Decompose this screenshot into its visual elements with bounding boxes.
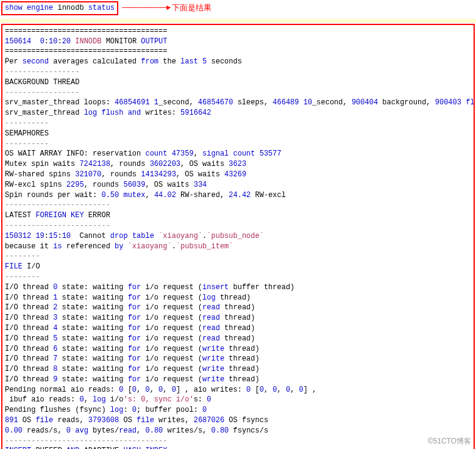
output-line: 150312 19:15:10 Cannot drop table `xiaoy…	[5, 231, 471, 242]
output-line: --------	[5, 272, 471, 282]
output-line: RW-shared spins 321070, rounds 14134293,…	[5, 170, 471, 180]
output-line: ------------------------	[5, 221, 471, 231]
output-line: -----------------	[5, 67, 471, 77]
output-line: -------------------------------------	[5, 436, 471, 447]
output-line: I/O thread 7 state: waiting for i/o requ…	[5, 354, 471, 364]
output-line: I/O thread 8 state: waiting for i/o requ…	[5, 364, 471, 375]
output-line: -----------------	[5, 88, 471, 98]
output-line: LATEST FOREIGN KEY ERROR	[5, 210, 471, 221]
output-line: srv_master_thread log flush and writes: …	[5, 108, 471, 118]
highlight-strip	[0, 19, 476, 23]
output-line: Spin rounds per wait: 0.50 mutex, 44.02 …	[5, 190, 471, 201]
output-line: 891 OS file reads, 3793608 OS file write…	[5, 415, 471, 426]
output-line: I/O thread 5 state: waiting for i/o requ…	[5, 334, 471, 344]
output-line: OS WAIT ARRAY INFO: reservation count 47…	[5, 149, 471, 159]
output-line: Mutex spin waits 7242138, rounds 3602203…	[5, 159, 471, 170]
watermark-text: ©51CTO博客	[428, 436, 471, 447]
output-line: I/O thread 0 state: waiting for i/o requ…	[5, 282, 471, 293]
output-line: ------------------------	[5, 200, 471, 210]
output-line: =====================================	[5, 46, 471, 57]
output-line: Pending flushes (fsync) log: 0; buffer p…	[5, 405, 471, 415]
arrow-icon: ──────────────►	[122, 3, 169, 13]
output-line: 0.00 reads/s, 0 avg bytes/read, 0.80 wri…	[5, 426, 471, 436]
output-line: I/O thread 6 state: waiting for i/o requ…	[5, 344, 471, 354]
output-line: RW-excl spins 2295, rounds 56039, OS wai…	[5, 180, 471, 190]
output-line: ibuf aio reads: 0, log i/o's: 0, sync i/…	[5, 395, 471, 405]
innodb-status-output: =====================================150…	[1, 24, 475, 449]
output-line: 150614 0:10:20 INNODB MONITOR OUTPUT	[5, 37, 471, 47]
output-line: INSERT BUFFER AND ADAPTIVE HASH INDEX	[5, 446, 471, 449]
output-line: BACKGROUND THREAD	[5, 77, 471, 88]
output-line: =====================================	[5, 26, 471, 37]
output-line: I/O thread 9 state: waiting for i/o requ…	[5, 375, 471, 385]
output-line: Pending normal aio reads: 0 [0, 0, 0, 0]…	[5, 385, 471, 395]
output-line: I/O thread 1 state: waiting for i/o requ…	[5, 293, 471, 303]
output-line: ----------	[5, 118, 471, 129]
output-line: because it is referenced by `xiaoyang`.`…	[5, 242, 471, 252]
output-line: FILE I/O	[5, 262, 471, 272]
output-line: I/O thread 4 state: waiting for i/o requ…	[5, 323, 471, 334]
arrow-label: 下面是结果	[172, 2, 211, 13]
output-line: srv_master_thread loops: 46854691 1_seco…	[5, 98, 471, 108]
output-line: I/O thread 3 state: waiting for i/o requ…	[5, 313, 471, 323]
output-line: SEMAPHORES	[5, 129, 471, 139]
sql-command-box: show engine innodb status	[1, 1, 118, 15]
output-line: I/O thread 2 state: waiting for i/o requ…	[5, 303, 471, 313]
output-line: ----------	[5, 139, 471, 149]
output-line: Per second averages calculated from the …	[5, 57, 471, 67]
output-line: --------	[5, 251, 471, 262]
